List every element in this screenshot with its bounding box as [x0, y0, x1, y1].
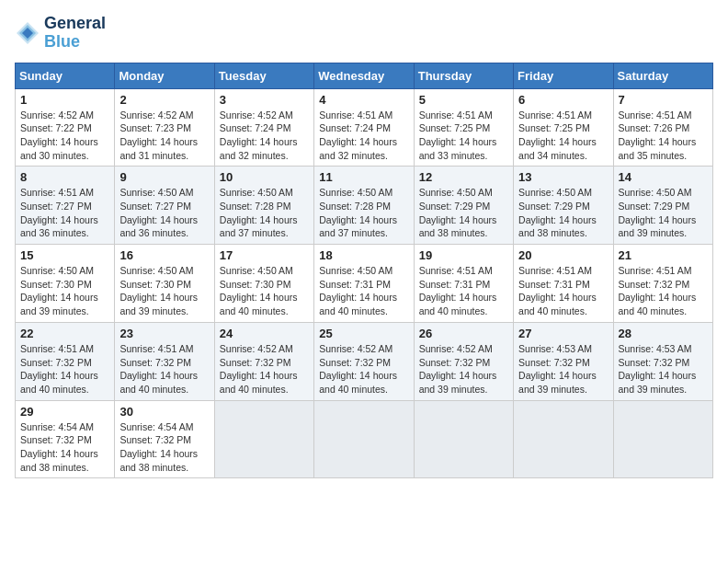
- day-number: 21: [619, 248, 708, 262]
- cell-content: Sunrise: 4:51 AMSunset: 7:25 PMDaylight:…: [419, 109, 508, 163]
- cell-content: Sunrise: 4:50 AMSunset: 7:28 PMDaylight:…: [220, 186, 309, 240]
- calendar-cell: 13 Sunrise: 4:50 AMSunset: 7:29 PMDaylig…: [514, 167, 613, 245]
- calendar-cell: 20 Sunrise: 4:51 AMSunset: 7:31 PMDaylig…: [514, 245, 613, 323]
- weekday-header-saturday: Saturday: [613, 63, 712, 88]
- cell-content: Sunrise: 4:50 AMSunset: 7:28 PMDaylight:…: [319, 186, 408, 240]
- calendar-cell: [514, 400, 613, 478]
- calendar-cell: [414, 400, 513, 478]
- calendar-cell: 28 Sunrise: 4:53 AMSunset: 7:32 PMDaylig…: [613, 322, 712, 400]
- calendar-cell: 3 Sunrise: 4:52 AMSunset: 7:24 PMDayligh…: [214, 88, 313, 167]
- day-number: 16: [119, 248, 209, 262]
- day-number: 9: [119, 170, 209, 184]
- day-number: 12: [419, 170, 508, 184]
- cell-content: Sunrise: 4:54 AMSunset: 7:32 PMDaylight:…: [20, 420, 109, 475]
- cell-content: Sunrise: 4:50 AMSunset: 7:31 PMDaylight:…: [319, 264, 408, 318]
- cell-content: Sunrise: 4:50 AMSunset: 7:30 PMDaylight:…: [220, 264, 309, 318]
- cell-content: Sunrise: 4:50 AMSunset: 7:27 PMDaylight:…: [119, 186, 209, 240]
- logo: General Blue: [15, 15, 106, 52]
- calendar-cell: 24 Sunrise: 4:52 AMSunset: 7:32 PMDaylig…: [214, 322, 313, 400]
- day-number: 19: [419, 248, 508, 262]
- day-number: 1: [20, 93, 109, 107]
- calendar-cell: 23 Sunrise: 4:51 AMSunset: 7:32 PMDaylig…: [115, 322, 214, 400]
- calendar-cell: 5 Sunrise: 4:51 AMSunset: 7:25 PMDayligh…: [414, 88, 513, 167]
- day-number: 29: [20, 405, 109, 419]
- cell-content: Sunrise: 4:51 AMSunset: 7:27 PMDaylight:…: [20, 186, 109, 240]
- cell-content: Sunrise: 4:54 AMSunset: 7:32 PMDaylight:…: [119, 420, 209, 475]
- weekday-header-friday: Friday: [514, 63, 613, 88]
- day-number: 3: [220, 93, 309, 107]
- day-number: 10: [220, 170, 309, 184]
- cell-content: Sunrise: 4:52 AMSunset: 7:22 PMDaylight:…: [20, 109, 109, 163]
- calendar-cell: 11 Sunrise: 4:50 AMSunset: 7:28 PMDaylig…: [314, 167, 414, 245]
- cell-content: Sunrise: 4:50 AMSunset: 7:29 PMDaylight:…: [619, 186, 708, 240]
- day-number: 27: [518, 327, 608, 340]
- day-number: 11: [319, 170, 408, 184]
- calendar-cell: 17 Sunrise: 4:50 AMSunset: 7:30 PMDaylig…: [214, 245, 313, 323]
- cell-content: Sunrise: 4:53 AMSunset: 7:32 PMDaylight:…: [619, 342, 708, 396]
- day-number: 30: [119, 405, 209, 419]
- calendar-cell: 12 Sunrise: 4:50 AMSunset: 7:29 PMDaylig…: [414, 167, 513, 245]
- calendar-cell: 15 Sunrise: 4:50 AMSunset: 7:30 PMDaylig…: [16, 245, 115, 323]
- weekday-header-thursday: Thursday: [414, 63, 513, 88]
- cell-content: Sunrise: 4:52 AMSunset: 7:23 PMDaylight:…: [119, 109, 209, 163]
- calendar-cell: 6 Sunrise: 4:51 AMSunset: 7:25 PMDayligh…: [514, 88, 613, 167]
- calendar-cell: 19 Sunrise: 4:51 AMSunset: 7:31 PMDaylig…: [414, 245, 513, 323]
- logo-text: General Blue: [44, 15, 106, 52]
- page-header: General Blue: [15, 15, 713, 52]
- weekday-header-sunday: Sunday: [16, 63, 115, 88]
- calendar-cell: 14 Sunrise: 4:50 AMSunset: 7:29 PMDaylig…: [613, 167, 712, 245]
- calendar-cell: 22 Sunrise: 4:51 AMSunset: 7:32 PMDaylig…: [16, 322, 115, 400]
- cell-content: Sunrise: 4:52 AMSunset: 7:32 PMDaylight:…: [419, 342, 508, 396]
- day-number: 28: [619, 327, 708, 340]
- calendar-cell: 1 Sunrise: 4:52 AMSunset: 7:22 PMDayligh…: [16, 88, 115, 167]
- day-number: 17: [220, 248, 309, 262]
- day-number: 13: [518, 170, 608, 184]
- calendar-cell: 25 Sunrise: 4:52 AMSunset: 7:32 PMDaylig…: [314, 322, 414, 400]
- calendar-cell: 2 Sunrise: 4:52 AMSunset: 7:23 PMDayligh…: [115, 88, 214, 167]
- day-number: 24: [220, 327, 309, 340]
- day-number: 25: [319, 327, 408, 340]
- day-number: 23: [119, 327, 209, 340]
- calendar-cell: [314, 400, 414, 478]
- cell-content: Sunrise: 4:50 AMSunset: 7:30 PMDaylight:…: [20, 264, 109, 318]
- day-number: 26: [419, 327, 508, 340]
- cell-content: Sunrise: 4:51 AMSunset: 7:24 PMDaylight:…: [319, 109, 408, 163]
- day-number: 4: [319, 93, 408, 107]
- cell-content: Sunrise: 4:52 AMSunset: 7:24 PMDaylight:…: [220, 109, 309, 163]
- day-number: 14: [619, 170, 708, 184]
- cell-content: Sunrise: 4:50 AMSunset: 7:29 PMDaylight:…: [419, 186, 508, 240]
- calendar-cell: 18 Sunrise: 4:50 AMSunset: 7:31 PMDaylig…: [314, 245, 414, 323]
- calendar-cell: 4 Sunrise: 4:51 AMSunset: 7:24 PMDayligh…: [314, 88, 414, 167]
- cell-content: Sunrise: 4:51 AMSunset: 7:31 PMDaylight:…: [419, 264, 508, 318]
- cell-content: Sunrise: 4:53 AMSunset: 7:32 PMDaylight:…: [518, 342, 608, 396]
- calendar-cell: 16 Sunrise: 4:50 AMSunset: 7:30 PMDaylig…: [115, 245, 214, 323]
- calendar-cell: 26 Sunrise: 4:52 AMSunset: 7:32 PMDaylig…: [414, 322, 513, 400]
- day-number: 8: [20, 170, 109, 184]
- calendar-cell: 21 Sunrise: 4:51 AMSunset: 7:32 PMDaylig…: [613, 245, 712, 323]
- cell-content: Sunrise: 4:50 AMSunset: 7:30 PMDaylight:…: [119, 264, 209, 318]
- cell-content: Sunrise: 4:52 AMSunset: 7:32 PMDaylight:…: [319, 342, 408, 396]
- day-number: 15: [20, 248, 109, 262]
- calendar-cell: [613, 400, 712, 478]
- calendar-cell: 9 Sunrise: 4:50 AMSunset: 7:27 PMDayligh…: [115, 167, 214, 245]
- day-number: 18: [319, 248, 408, 262]
- calendar-cell: 10 Sunrise: 4:50 AMSunset: 7:28 PMDaylig…: [214, 167, 313, 245]
- cell-content: Sunrise: 4:51 AMSunset: 7:32 PMDaylight:…: [119, 342, 209, 396]
- logo-icon: [15, 20, 40, 46]
- day-number: 6: [518, 93, 608, 107]
- day-number: 7: [619, 93, 708, 107]
- calendar-cell: 8 Sunrise: 4:51 AMSunset: 7:27 PMDayligh…: [16, 167, 115, 245]
- day-number: 5: [419, 93, 508, 107]
- cell-content: Sunrise: 4:51 AMSunset: 7:26 PMDaylight:…: [619, 109, 708, 163]
- calendar-cell: 7 Sunrise: 4:51 AMSunset: 7:26 PMDayligh…: [613, 88, 712, 167]
- cell-content: Sunrise: 4:51 AMSunset: 7:31 PMDaylight:…: [518, 264, 608, 318]
- cell-content: Sunrise: 4:51 AMSunset: 7:25 PMDaylight:…: [518, 109, 608, 163]
- weekday-header-wednesday: Wednesday: [314, 63, 414, 88]
- cell-content: Sunrise: 4:51 AMSunset: 7:32 PMDaylight:…: [20, 342, 109, 396]
- calendar-table: SundayMondayTuesdayWednesdayThursdayFrid…: [15, 63, 713, 479]
- cell-content: Sunrise: 4:50 AMSunset: 7:29 PMDaylight:…: [518, 186, 608, 240]
- calendar-cell: 30 Sunrise: 4:54 AMSunset: 7:32 PMDaylig…: [115, 400, 214, 478]
- day-number: 20: [518, 248, 608, 262]
- cell-content: Sunrise: 4:51 AMSunset: 7:32 PMDaylight:…: [619, 264, 708, 318]
- weekday-header-monday: Monday: [115, 63, 214, 88]
